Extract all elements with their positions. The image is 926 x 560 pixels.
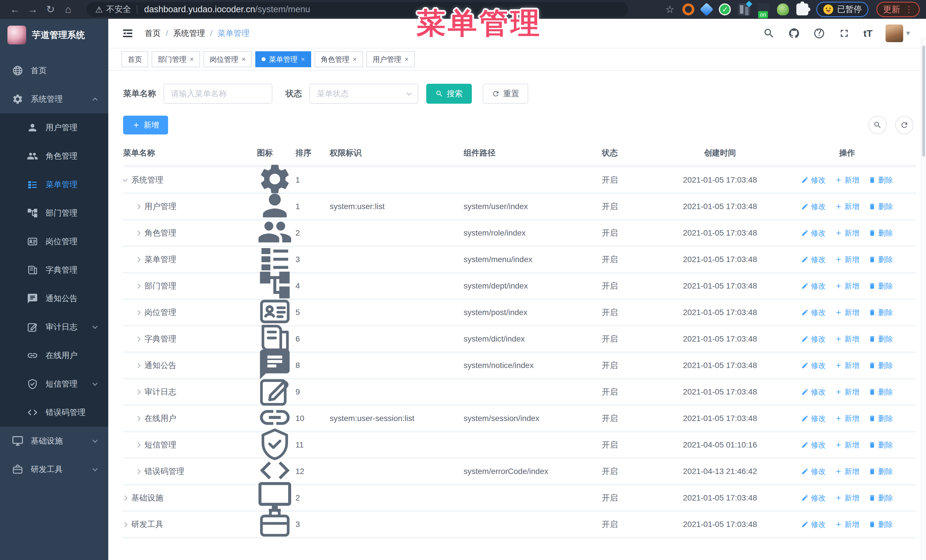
edit-action[interactable]: 修改 <box>801 281 826 291</box>
orange-ring-extension-icon[interactable] <box>682 3 694 15</box>
edit-action[interactable]: 修改 <box>801 466 826 477</box>
delete-action[interactable]: 删除 <box>869 334 893 344</box>
tree-expand-icon[interactable] <box>123 495 128 500</box>
delete-action[interactable]: 删除 <box>869 387 893 397</box>
tab-close-icon[interactable]: × <box>242 55 246 63</box>
sidebar-item-11[interactable]: 短信管理 <box>0 370 108 398</box>
edit-action[interactable]: 修改 <box>801 440 826 450</box>
user-avatar[interactable] <box>885 24 903 42</box>
tree-expand-icon[interactable] <box>135 469 141 474</box>
scrollbar-thumb[interactable] <box>922 45 925 157</box>
table-row[interactable]: 基础设施 2 开启 2021-01-05 17:03:48 修改新增删除 <box>123 485 916 512</box>
tab-close-icon[interactable]: × <box>301 55 305 63</box>
add-action[interactable]: 新增 <box>835 281 859 291</box>
bookmark-star-icon[interactable]: ☆ <box>665 3 675 15</box>
sidebar-item-1[interactable]: 系统管理 <box>0 85 108 113</box>
tab-角色管理[interactable]: 角色管理 × <box>315 51 363 67</box>
tab-菜单管理[interactable]: 菜单管理 × <box>255 51 311 67</box>
table-row[interactable]: 字典管理 6 system/dict/index 开启 2021-01-05 1… <box>123 326 916 353</box>
add-action[interactable]: 新增 <box>835 175 859 185</box>
github-icon[interactable] <box>788 27 800 39</box>
tree-expand-icon[interactable] <box>135 363 141 368</box>
sidebar-item-9[interactable]: 审计日志 <box>0 313 108 341</box>
sidebar-item-7[interactable]: 字典管理 <box>0 256 108 284</box>
edit-action[interactable]: 修改 <box>801 308 826 318</box>
add-action[interactable]: 新增 <box>835 493 859 503</box>
add-button[interactable]: 新增 <box>123 116 168 134</box>
green-animal-extension-icon[interactable] <box>777 3 789 15</box>
tree-expand-icon[interactable] <box>135 284 141 288</box>
sidebar-item-12[interactable]: 错误码管理 <box>0 398 108 427</box>
tab-部门管理[interactable]: 部门管理 × <box>151 51 200 67</box>
puzzle-extension-icon[interactable] <box>796 3 808 15</box>
app-logo-row[interactable]: 芋道管理系统 <box>0 19 108 51</box>
edit-action[interactable]: 修改 <box>801 361 826 371</box>
delete-action[interactable]: 删除 <box>869 228 893 238</box>
sidebar-item-3[interactable]: 角色管理 <box>0 142 108 171</box>
delete-action[interactable]: 删除 <box>869 440 893 450</box>
add-action[interactable]: 新增 <box>835 334 859 344</box>
delete-action[interactable]: 删除 <box>869 175 893 185</box>
add-action[interactable]: 新增 <box>835 414 859 424</box>
search-icon[interactable] <box>763 27 775 39</box>
green-check-extension-icon[interactable] <box>719 3 731 15</box>
sidebar-item-4[interactable]: 菜单管理 <box>0 171 108 199</box>
delete-action[interactable]: 删除 <box>869 361 893 371</box>
table-row[interactable]: 错误码管理 12 system/errorCode/index 开启 2021-… <box>123 459 916 485</box>
tab-close-icon[interactable]: × <box>405 55 409 63</box>
add-action[interactable]: 新增 <box>835 387 859 397</box>
delete-action[interactable]: 删除 <box>869 281 893 291</box>
add-action[interactable]: 新增 <box>835 519 859 530</box>
browser-back-icon[interactable]: ← <box>6 3 24 15</box>
delete-action[interactable]: 删除 <box>869 466 893 477</box>
table-row[interactable]: 在线用户 10 system:user-session:list system/… <box>123 406 916 432</box>
sidebar-item-2[interactable]: 用户管理 <box>0 113 108 142</box>
help-icon[interactable] <box>813 27 825 39</box>
add-action[interactable]: 新增 <box>835 440 859 450</box>
menu-name-input[interactable] <box>163 84 272 104</box>
breadcrumb-item[interactable]: 菜单管理 <box>218 28 250 39</box>
edit-action[interactable]: 修改 <box>801 228 826 238</box>
tree-expand-icon[interactable] <box>123 177 128 182</box>
avatar-caret-down-icon[interactable]: ▼ <box>905 30 911 37</box>
sidebar-item-14[interactable]: 研发工具 <box>0 455 108 484</box>
sidebar-item-8[interactable]: 通知公告 <box>0 284 108 313</box>
tree-expand-icon[interactable] <box>135 442 141 447</box>
table-row[interactable]: 角色管理 2 system/role/index 开启 2021-01-05 1… <box>123 220 916 247</box>
breadcrumb-item[interactable]: 首页 <box>145 28 161 39</box>
tab-用户管理[interactable]: 用户管理 × <box>366 51 415 67</box>
sidebar-item-5[interactable]: 部门管理 <box>0 199 108 227</box>
sidebar-collapse-icon[interactable] <box>121 27 134 39</box>
add-action[interactable]: 新增 <box>835 466 859 477</box>
table-row[interactable]: 岗位管理 5 system/post/index 开启 2021-01-05 1… <box>123 300 916 326</box>
edit-action[interactable]: 修改 <box>801 334 826 344</box>
reset-button[interactable]: 重置 <box>483 84 528 104</box>
tree-expand-icon[interactable] <box>135 257 141 262</box>
add-action[interactable]: 新增 <box>835 255 859 265</box>
edit-action[interactable]: 修改 <box>801 255 826 265</box>
sidebar-item-13[interactable]: 基础设施 <box>0 427 108 455</box>
add-action[interactable]: 新增 <box>835 361 859 371</box>
table-row[interactable]: 通知公告 8 system/notice/index 开启 2021-01-05… <box>123 353 916 379</box>
delete-action[interactable]: 删除 <box>869 308 893 318</box>
table-row[interactable]: 研发工具 3 开启 2021-01-05 17:03:48 修改新增删除 <box>123 512 916 538</box>
tree-expand-icon[interactable] <box>135 416 141 421</box>
delete-action[interactable]: 删除 <box>869 493 893 503</box>
edit-action[interactable]: 修改 <box>801 175 826 185</box>
sidebar-item-0[interactable]: 首页 <box>0 56 108 85</box>
sidebar-item-10[interactable]: 在线用户 <box>0 341 108 370</box>
add-action[interactable]: 新增 <box>835 308 859 318</box>
add-action[interactable]: 新增 <box>835 202 859 211</box>
tab-close-icon[interactable]: × <box>353 55 357 63</box>
edit-action[interactable]: 修改 <box>801 202 826 211</box>
edit-action[interactable]: 修改 <box>801 414 826 424</box>
tree-expand-icon[interactable] <box>135 337 141 341</box>
tab-close-icon[interactable]: × <box>190 55 194 63</box>
tree-expand-icon[interactable] <box>135 310 141 315</box>
browser-forward-icon[interactable]: → <box>24 3 42 15</box>
delete-action[interactable]: 删除 <box>869 202 893 211</box>
delete-action[interactable]: 删除 <box>869 519 893 530</box>
tab-岗位管理[interactable]: 岗位管理 × <box>203 51 252 67</box>
blue-gem-extension-icon[interactable] <box>700 3 713 16</box>
add-action[interactable]: 新增 <box>835 228 859 238</box>
